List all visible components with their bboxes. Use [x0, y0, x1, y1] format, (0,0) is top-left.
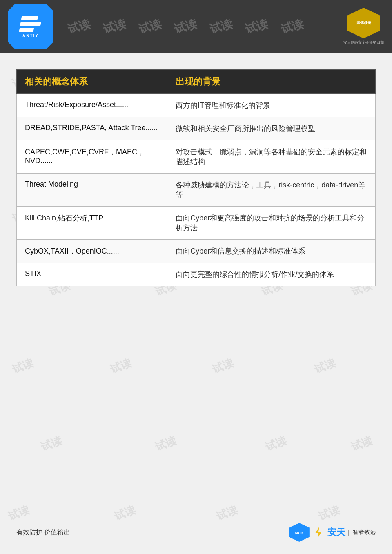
footer-lightning-icon	[312, 526, 325, 539]
logo-stripe-2	[20, 22, 41, 26]
table-row: Threat Modeling各种威胁建模的方法论，工具，risk-centri…	[17, 174, 376, 207]
table-row: CybOX,TAXII，OpenIOC......面向Cyber和信息交换的描述…	[17, 240, 376, 263]
table-cell-concept: CAPEC,CWE,CVE,CVRF，MAEC，NVD......	[17, 140, 167, 174]
badge-line1: 师傅领进	[356, 21, 371, 26]
table-cell-concept: Kill Chain,钻石分析,TTP......	[17, 207, 167, 240]
svg-marker-0	[315, 527, 322, 538]
logo-stripe-3	[19, 28, 34, 32]
bwm: 试读	[350, 434, 374, 454]
logo-stripes	[19, 16, 42, 32]
table-cell-background: 西方的IT管理和标准化的背景	[167, 94, 376, 117]
table-row: Threat/Risk/Exposure/Asset......西方的IT管理和…	[17, 94, 376, 117]
watermark: 试读	[279, 16, 305, 37]
header-right-logo: 师傅领进 安天网络安全令师第四期	[343, 8, 384, 45]
table-row: DREAD,STRIDE,PASTA, Attack Tree......微软和…	[17, 117, 376, 140]
watermark: 试读	[208, 16, 234, 37]
table-cell-background: 各种威胁建模的方法论，工具，risk-centric，data-driven等等	[167, 174, 376, 207]
bwm: 试读	[264, 434, 289, 454]
footer: 有效防护 价值输出 ANTIY 安天 | 智者致远	[16, 523, 376, 542]
bwm: 试读	[109, 356, 134, 377]
header: ANTIY 试读 试读 试读 试读 试读 试读 试读 师傅领进 安天网络安全令师…	[0, 0, 392, 53]
bwm: 试读	[7, 503, 31, 524]
table-cell-concept: STIX	[17, 263, 167, 286]
footer-logo-label: ANTIY	[295, 531, 303, 534]
col2-header: 出现的背景	[167, 70, 376, 94]
antiy-logo: ANTIY	[8, 4, 53, 49]
bwm: 试读	[211, 356, 236, 377]
table-cell-background: 面向Cyber和信息交换的描述和标准体系	[167, 240, 376, 263]
watermark: 试读	[137, 16, 163, 37]
bwm: 试读	[39, 434, 64, 454]
table-cell-background: 面向Cyber和更高强度的攻击和对抗的场景的分析工具和分析方法	[167, 207, 376, 240]
watermark: 试读	[102, 16, 128, 37]
bwm: 试读	[154, 434, 178, 454]
watermark: 试读	[244, 16, 270, 37]
badge-logo: 师傅领进	[347, 8, 380, 38]
table-header-row: 相关的概念体系 出现的背景	[17, 70, 376, 94]
table-cell-concept: CybOX,TAXII，OpenIOC......	[17, 240, 167, 263]
table-cell-background: 微软和相关安全厂商所推出的风险管理模型	[167, 117, 376, 140]
watermark: 试读	[173, 16, 199, 37]
table-cell-background: 对攻击模式，脆弱点，漏洞等各种基础的安全元素的标定和描述结构	[167, 140, 376, 174]
footer-logo-badge: ANTIY	[289, 523, 310, 542]
header-watermarks: 试读 试读 试读 试读 试读 试读 试读	[0, 0, 392, 53]
footer-separator: |	[348, 529, 350, 536]
table-row: STIX面向更完整的综合性的情报分析/作业/交换的体系	[17, 263, 376, 286]
logo-stripe-1	[21, 16, 38, 20]
table-cell-background: 面向更完整的综合性的情报分析/作业/交换的体系	[167, 263, 376, 286]
bwm: 试读	[215, 503, 240, 524]
footer-brand-sub: 智者致远	[353, 529, 376, 536]
col1-header: 相关的概念体系	[17, 70, 167, 94]
badge-subtitle: 安天网络安全令师第四期	[343, 40, 384, 45]
badge-label: 师傅领进	[356, 21, 371, 26]
footer-brand-name: 安天	[327, 526, 345, 538]
bwm: 试读	[313, 356, 338, 377]
table-row: CAPEC,CWE,CVE,CVRF，MAEC，NVD......对攻击模式，脆…	[17, 140, 376, 174]
table-cell-concept: DREAD,STRIDE,PASTA, Attack Tree......	[17, 117, 167, 140]
footer-tagline: 有效防护 价值输出	[16, 528, 70, 537]
main-content: 相关的概念体系 出现的背景 Threat/Risk/Exposure/Asset…	[0, 53, 392, 298]
concepts-table: 相关的概念体系 出现的背景 Threat/Risk/Exposure/Asset…	[16, 69, 376, 286]
bwm: 试读	[317, 503, 342, 524]
table-row: Kill Chain,钻石分析,TTP......面向Cyber和更高强度的攻击…	[17, 207, 376, 240]
footer-brand: ANTIY 安天 | 智者致远	[289, 523, 376, 542]
bwm: 试读	[113, 503, 138, 524]
watermark: 试读	[66, 16, 92, 37]
table-cell-concept: Threat/Risk/Exposure/Asset......	[17, 94, 167, 117]
table-cell-concept: Threat Modeling	[17, 174, 167, 207]
bwm: 试读	[11, 356, 36, 377]
logo-label: ANTIY	[22, 33, 39, 38]
